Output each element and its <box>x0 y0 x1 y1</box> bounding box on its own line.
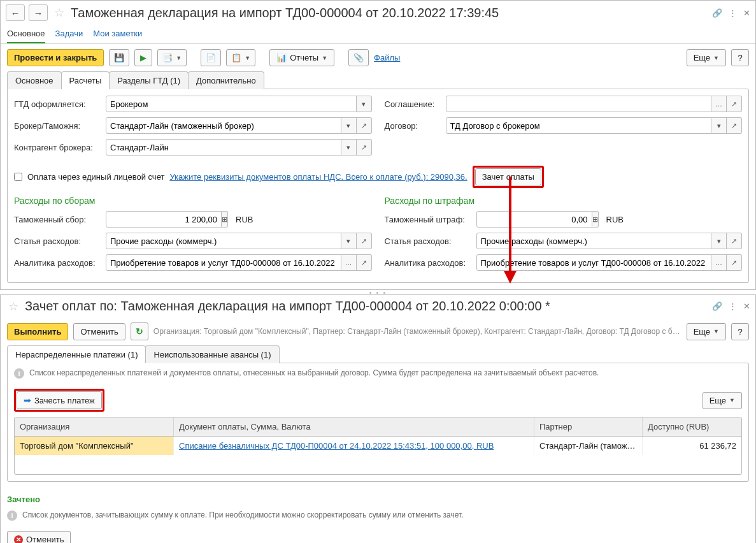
cancel-button[interactable]: Отменить <box>73 323 125 340</box>
td-avail: 61 236,72 <box>643 437 741 455</box>
tab-main[interactable]: Основное <box>7 71 62 89</box>
credit-payment-button[interactable]: ➡Зачесть платеж <box>17 391 102 409</box>
clip-icon: 📎 <box>353 53 364 62</box>
info-icon-2: i <box>7 510 17 521</box>
credited-section-title: Зачтено <box>1 488 755 505</box>
attach-button[interactable]: 📎 <box>348 49 369 66</box>
th-org[interactable]: Организация <box>15 417 174 436</box>
info-text-2: Список документов, зачитывающих сумму к … <box>22 510 464 519</box>
nav-notes[interactable]: Мои заметки <box>93 29 142 38</box>
post-and-close-button[interactable]: Провести и закрыть <box>7 49 104 66</box>
refresh-button[interactable]: ↻ <box>131 322 148 340</box>
table-row[interactable]: Торговый дом "Комплексный" Списание безн… <box>15 437 741 455</box>
counterparty-dropdown[interactable]: ▾ <box>341 139 357 156</box>
tab-unallocated[interactable]: Нераспределенные платежи (1) <box>7 345 146 363</box>
dt-button[interactable]: 📋▼ <box>226 49 255 66</box>
counterparty-input[interactable] <box>106 139 341 156</box>
broker-label: Брокер/Таможня: <box>14 121 102 131</box>
print-button[interactable]: 📄 <box>201 49 221 66</box>
favorite-star-icon-2[interactable]: ☆ <box>8 300 18 314</box>
agreement-label: Соглашение: <box>385 99 442 109</box>
nav-back-button[interactable]: ← <box>6 4 25 21</box>
fee-currency: RUB <box>236 215 253 224</box>
th-avail[interactable]: Доступно (RUB) <box>643 417 741 436</box>
counterparty-open[interactable]: ↗ <box>357 139 372 156</box>
broker-input[interactable] <box>106 117 341 134</box>
counterparty-label: Контрагент брокера: <box>14 143 102 152</box>
expense-item-label-1: Статья расходов: <box>14 236 102 246</box>
kebab-menu-icon-2[interactable]: ⋮ <box>729 301 737 311</box>
pay-single-account-checkbox[interactable] <box>14 173 22 181</box>
tab-calc[interactable]: Расчеты <box>61 71 110 89</box>
expense-item-dropdown-1[interactable]: ▾ <box>341 233 357 249</box>
close-icon[interactable]: ✕ <box>743 8 750 18</box>
contract-dropdown[interactable]: ▾ <box>711 117 727 134</box>
nav-forward-button[interactable]: → <box>29 4 48 21</box>
gtd-by-input[interactable] <box>106 96 357 112</box>
expense-item-open-2[interactable]: ↗ <box>727 233 742 249</box>
expense-item-input-1[interactable] <box>106 233 341 249</box>
agreement-open[interactable]: ↗ <box>727 96 742 112</box>
customs-fee-label: Таможенный сбор: <box>14 215 102 224</box>
analytics-input-1[interactable] <box>106 254 341 271</box>
analytics-select-1[interactable]: … <box>341 254 357 271</box>
cancel-credit-button[interactable]: ✕Отменить <box>7 531 71 543</box>
contract-input[interactable] <box>446 117 712 134</box>
more-button-2[interactable]: Еще▼ <box>687 323 726 340</box>
tab-unused[interactable]: Неиспользованные авансы (1) <box>145 345 279 363</box>
expense-item-dropdown-2[interactable]: ▾ <box>711 233 727 249</box>
offset-payment-button[interactable]: Зачет оплаты <box>475 168 541 185</box>
customs-fine-input[interactable] <box>476 211 592 228</box>
tab-extra[interactable]: Дополнительно <box>188 71 264 89</box>
nav-tasks[interactable]: Задачи <box>55 29 83 38</box>
link-icon-2[interactable]: 🔗 <box>712 301 722 311</box>
kebab-menu-icon[interactable]: ⋮ <box>729 8 737 18</box>
customs-fee-input[interactable] <box>106 211 222 228</box>
context-info: Организация: Торговый дом "Комплексный",… <box>153 327 681 336</box>
analytics-select-2[interactable]: … <box>711 254 727 271</box>
broker-open[interactable]: ↗ <box>357 117 372 134</box>
save-button[interactable]: 💾 <box>109 49 129 66</box>
nav-main[interactable]: Основное <box>7 29 45 43</box>
reports-button[interactable]: 📊Отчеты▼ <box>269 49 334 66</box>
stack-icon: 📑 <box>162 53 173 62</box>
window-title: Таможенная декларация на импорт ТД00-000… <box>71 6 499 20</box>
gtd-by-dropdown[interactable]: ▾ <box>357 96 372 112</box>
create-based-on-button[interactable]: 📑▼ <box>157 49 187 66</box>
more-button-1[interactable]: Еще▼ <box>687 49 726 66</box>
th-doc[interactable]: Документ оплаты, Сумма, Валюта <box>174 417 534 436</box>
analytics-label-2: Аналитика расходов: <box>385 258 473 268</box>
analytics-input-2[interactable] <box>476 254 712 271</box>
agreement-select[interactable]: … <box>711 96 727 112</box>
help-button-2[interactable]: ? <box>731 323 749 340</box>
broker-dropdown[interactable]: ▾ <box>341 117 357 134</box>
favorite-star-icon[interactable]: ☆ <box>54 6 64 20</box>
link-icon[interactable]: 🔗 <box>712 8 722 18</box>
splitter[interactable]: • • • <box>0 290 756 294</box>
arrow-right-icon: ➡ <box>24 395 31 405</box>
expense-item-label-2: Статья расходов: <box>385 236 473 246</box>
reports-icon: 📊 <box>276 53 287 62</box>
expense-item-open-1[interactable]: ↗ <box>357 233 372 249</box>
close-icon-2[interactable]: ✕ <box>743 301 750 311</box>
td-partner: Стандарт-Лайн (тамож… <box>534 437 643 455</box>
th-partner[interactable]: Партнер <box>534 417 643 436</box>
info-text-1: Список нераспределенных платежей и докум… <box>29 368 599 377</box>
expense-item-input-2[interactable] <box>476 233 712 249</box>
specify-details-link[interactable]: Укажите реквизиты документов оплаты НДС.… <box>169 172 467 182</box>
analytics-open-2[interactable]: ↗ <box>727 254 742 271</box>
post-button[interactable]: ▶ <box>134 49 152 66</box>
contract-label: Договор: <box>385 121 442 131</box>
agreement-input[interactable] <box>446 96 712 112</box>
files-link[interactable]: Файлы <box>374 53 400 62</box>
help-button-1[interactable]: ? <box>731 49 749 66</box>
contract-open[interactable]: ↗ <box>727 117 742 134</box>
customs-fine-calc[interactable]: ⊞ <box>592 211 599 228</box>
td-doc-link[interactable]: Списание безналичных ДС ТД00-П00004 от 2… <box>179 441 494 451</box>
tab-sections[interactable]: Разделы ГТД (1) <box>109 71 189 89</box>
post-icon: ▶ <box>140 53 146 62</box>
execute-button[interactable]: Выполнить <box>7 323 68 340</box>
more-button-3[interactable]: Еще▼ <box>703 392 742 409</box>
customs-fee-calc[interactable]: ⊞ <box>222 211 228 228</box>
analytics-open-1[interactable]: ↗ <box>357 254 372 271</box>
